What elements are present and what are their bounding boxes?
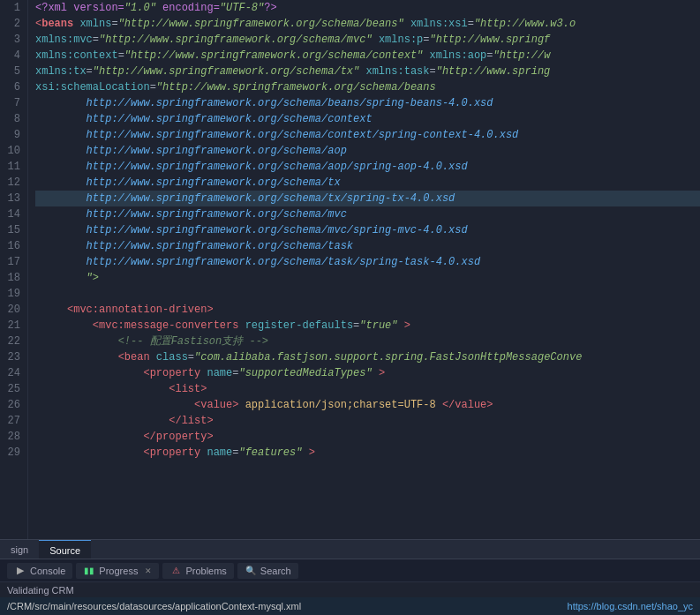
code-line-20: <mvc:annotation-driven> — [35, 302, 700, 318]
progress-close-icon[interactable]: ✕ — [145, 566, 152, 575]
code-line-14: http://www.springframework.org/schema/mv… — [35, 206, 700, 222]
code-line-4: xmlns:context="http://www.springframewor… — [35, 48, 700, 64]
problems-tab-label: Problems — [185, 566, 226, 576]
code-line-12: http://www.springframework.org/schema/tx — [35, 175, 700, 191]
code-line-25: <list> — [35, 381, 700, 397]
code-line-27: </list> — [35, 413, 700, 429]
code-line-24: <property name="supportedMediaTypes" > — [35, 365, 700, 381]
code-line-5: xmlns:tx="http://www.springframework.org… — [35, 64, 700, 79]
validating-bar: Validating CRM — [0, 581, 700, 597]
line-numbers: 1 2 3 4 5 6 7 8 9 10 11 12 13 14 15 16 1… — [0, 0, 28, 539]
console-tabs: ▶ Console ▮▮ Progress ✕ ⚠ Problems 🔍 Sea… — [7, 563, 298, 579]
status-url[interactable]: https://blog.csdn.net/shao_yc — [568, 601, 693, 611]
code-line-7: http://www.springframework.org/schema/be… — [35, 95, 700, 111]
console-icon: ▶ — [14, 565, 26, 577]
console-tab-label: Console — [30, 566, 65, 576]
search-tab-label: Search — [260, 566, 291, 576]
console-bar: ▶ Console ▮▮ Progress ✕ ⚠ Problems 🔍 Sea… — [0, 559, 700, 581]
problems-icon: ⚠ — [169, 565, 182, 577]
console-tab-progress[interactable]: ▮▮ Progress ✕ — [76, 563, 159, 579]
code-line-8: http://www.springframework.org/schema/co… — [35, 111, 700, 127]
console-tab-search[interactable]: 🔍 Search — [237, 563, 298, 579]
code-content[interactable]: <?xml version="1.0" encoding="UTF-8"?> <… — [28, 0, 700, 539]
code-line-28: </property> — [35, 429, 700, 445]
code-line-21: <mvc:message-converters register-default… — [35, 318, 700, 334]
status-bar: /CRM/src/main/resources/datasources/appl… — [0, 597, 700, 615]
code-line-13: http://www.springframework.org/schema/tx… — [35, 191, 700, 206]
code-line-29: <property name="features" > — [35, 445, 700, 461]
search-icon: 🔍 — [245, 565, 257, 577]
bottom-tabs: sign Source — [0, 539, 700, 559]
code-line-17: http://www.springframework.org/schema/ta… — [35, 254, 700, 270]
editor-area: 1 2 3 4 5 6 7 8 9 10 11 12 13 14 15 16 1… — [0, 0, 700, 539]
code-line-10: http://www.springframework.org/schema/ao… — [35, 143, 700, 159]
code-line-16: http://www.springframework.org/schema/ta… — [35, 238, 700, 254]
progress-tab-label: Progress — [99, 566, 138, 576]
progress-icon: ▮▮ — [83, 565, 95, 577]
console-tab-console[interactable]: ▶ Console — [7, 563, 72, 579]
code-line-1: <?xml version="1.0" encoding="UTF-8"?> — [35, 0, 700, 16]
tab-source[interactable]: Source — [39, 540, 91, 559]
code-line-18: "> — [35, 270, 700, 286]
validating-text: Validating CRM — [7, 585, 74, 596]
code-line-22: <!-- 配置Fastison支持 --> — [35, 334, 700, 349]
code-line-3: xmlns:mvc="http://www.springframework.or… — [35, 32, 700, 48]
file-path: /CRM/src/main/resources/datasources/appl… — [7, 601, 301, 611]
code-line-2: <beans xmlns="http://www.springframework… — [35, 16, 700, 32]
code-line-26: <value> application/json;charset=UTF-8 <… — [35, 397, 700, 413]
code-container: 1 2 3 4 5 6 7 8 9 10 11 12 13 14 15 16 1… — [0, 0, 700, 539]
code-line-6: xsi:schemaLocation="http://www.springfra… — [35, 79, 700, 95]
code-line-15: http://www.springframework.org/schema/mv… — [35, 222, 700, 238]
code-line-11: http://www.springframework.org/schema/ao… — [35, 159, 700, 175]
code-line-19 — [35, 286, 700, 302]
tab-sign[interactable]: sign — [0, 540, 39, 559]
code-line-23: <bean class="com.alibaba.fastjson.suppor… — [35, 349, 700, 365]
code-line-9: http://www.springframework.org/schema/co… — [35, 127, 700, 143]
console-tab-problems[interactable]: ⚠ Problems — [162, 563, 233, 579]
